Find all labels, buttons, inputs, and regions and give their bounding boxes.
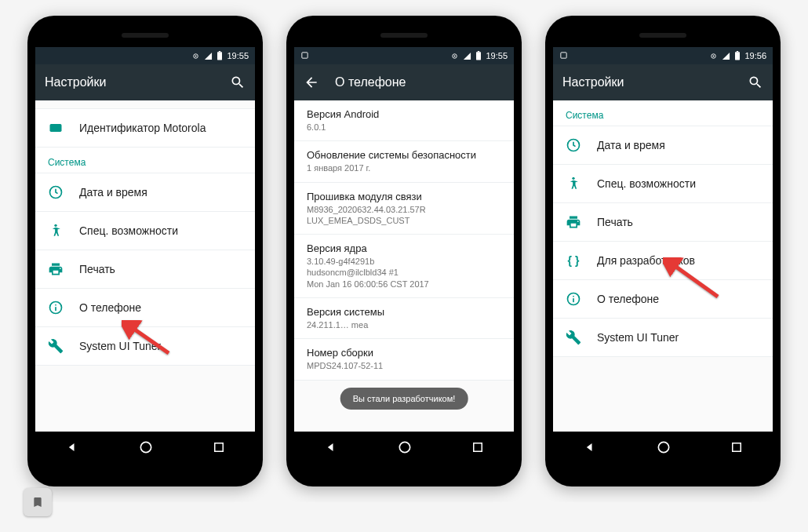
svg-point-21	[713, 55, 715, 56]
row-subtitle: 3.10.49-g4f4291b hudsoncm@ilclbld34 #1 M…	[307, 256, 501, 290]
row-subtitle: M8936_2020632.44.03.21.57R LUX_EMEA_DSDS…	[307, 204, 501, 227]
row-title: Версия системы	[307, 306, 501, 318]
svg-point-29	[658, 442, 668, 452]
svg-point-25	[572, 177, 574, 180]
row-motorola-id[interactable]: Идентификатор Motorola	[35, 109, 255, 148]
svg-point-6	[54, 224, 56, 227]
row-label: Идентификатор Motorola	[79, 122, 242, 134]
back-button[interactable]	[582, 439, 598, 455]
svg-point-10	[140, 442, 151, 452]
back-button[interactable]	[64, 439, 80, 455]
about-row[interactable]: Версия ядра3.10.49-g4f4291b hudsoncm@ilc…	[294, 235, 514, 298]
svg-rect-16	[478, 51, 479, 52]
search-icon[interactable]	[748, 75, 763, 90]
recent-button[interactable]	[212, 440, 226, 454]
svg-rect-28	[573, 298, 574, 302]
row-label: Печать	[597, 216, 760, 228]
camera-icon	[709, 52, 718, 60]
notification-icon	[559, 51, 568, 61]
row-label: Спец. возможности	[597, 177, 760, 190]
row-datetime[interactable]: Дата и время	[553, 126, 773, 165]
notification-icon	[300, 51, 309, 61]
status-time: 19:55	[486, 51, 508, 60]
action-bar: Настройки	[35, 64, 255, 100]
home-button[interactable]	[397, 439, 413, 455]
battery-icon	[217, 51, 223, 60]
bookmark-button[interactable]	[24, 488, 52, 502]
battery-icon	[475, 51, 482, 60]
back-arrow-icon[interactable]	[304, 75, 319, 90]
camera-icon	[450, 52, 459, 60]
home-button[interactable]	[656, 439, 672, 455]
row-title: Версия ядра	[307, 242, 501, 254]
svg-point-27	[573, 296, 574, 297]
svg-rect-9	[55, 307, 56, 311]
row-label: О телефоне	[79, 301, 242, 314]
about-row[interactable]: Версия Android6.0.1	[294, 100, 514, 141]
row-title: Обновление системы безопасности	[307, 149, 501, 161]
svg-rect-22	[735, 52, 740, 60]
id-icon	[48, 120, 64, 136]
action-bar: О телефоне	[294, 64, 514, 100]
back-button[interactable]	[323, 439, 339, 455]
row-label: System UI Tuner	[79, 340, 242, 352]
row-label: О телефоне	[597, 293, 760, 305]
row-accessibility[interactable]: Спец. возможности	[553, 165, 773, 203]
braces-icon: { }	[566, 253, 581, 268]
row-subtitle: 24.211.1… mea	[307, 319, 501, 330]
signal-icon	[463, 52, 471, 60]
print-icon	[566, 214, 581, 230]
row-subtitle: 6.0.1	[307, 122, 501, 133]
row-developer[interactable]: { } Для разработчиков	[553, 242, 773, 280]
row-label: System UI Tuner	[597, 331, 760, 344]
search-icon[interactable]	[230, 75, 246, 90]
recent-button[interactable]	[730, 440, 744, 454]
home-button[interactable]	[138, 439, 154, 455]
row-tuner[interactable]: System UI Tuner	[35, 327, 255, 366]
row-tuner[interactable]: System UI Tuner	[553, 319, 773, 357]
info-icon	[48, 300, 64, 315]
row-label: Дата и время	[79, 186, 242, 199]
status-time: 19:55	[227, 51, 249, 60]
camera-icon	[191, 52, 200, 60]
svg-rect-3	[219, 51, 220, 52]
svg-point-14	[454, 55, 456, 56]
nav-bar	[553, 432, 773, 463]
status-bar: 19:55	[35, 47, 255, 64]
svg-rect-11	[215, 443, 224, 452]
row-print[interactable]: Печать	[35, 250, 255, 289]
svg-rect-18	[474, 443, 482, 452]
wrench-icon	[566, 330, 581, 345]
svg-rect-2	[217, 52, 222, 60]
row-subtitle: MPDS24.107-52-11	[307, 360, 501, 371]
row-about[interactable]: О телефоне	[35, 289, 255, 327]
page-title: Настройки	[562, 75, 732, 89]
svg-point-1	[195, 55, 197, 56]
row-title: Номер сборки	[307, 347, 501, 359]
about-row[interactable]: Номер сборкиMPDS24.107-52-11	[294, 339, 514, 380]
toast-message: Вы стали разработчиком!	[340, 388, 468, 410]
svg-rect-4	[50, 124, 62, 132]
row-accessibility[interactable]: Спец. возможности	[35, 212, 255, 250]
recent-button[interactable]	[471, 440, 485, 454]
about-row[interactable]: Обновление системы безопасности1 января …	[294, 141, 514, 182]
about-row[interactable]: Прошивка модуля связиM8936_2020632.44.03…	[294, 183, 514, 235]
clock-icon	[566, 137, 581, 153]
row-title: Версия Android	[307, 108, 501, 120]
row-datetime[interactable]: Дата и время	[35, 173, 255, 212]
about-row[interactable]: Версия системы24.211.1… mea	[294, 298, 514, 339]
row-print[interactable]: Печать	[553, 203, 773, 242]
page-title: О телефоне	[335, 75, 504, 89]
svg-point-17	[399, 442, 409, 452]
row-about[interactable]: О телефоне	[553, 280, 773, 319]
svg-point-8	[55, 304, 56, 306]
signal-icon	[722, 52, 730, 60]
status-bar: 19:56	[553, 47, 773, 64]
print-icon	[48, 261, 64, 277]
section-system: Система	[35, 148, 255, 173]
accessibility-icon	[566, 176, 581, 191]
clock-icon	[48, 184, 64, 200]
nav-bar	[294, 432, 514, 463]
svg-rect-15	[476, 52, 481, 60]
nav-bar	[35, 432, 255, 463]
